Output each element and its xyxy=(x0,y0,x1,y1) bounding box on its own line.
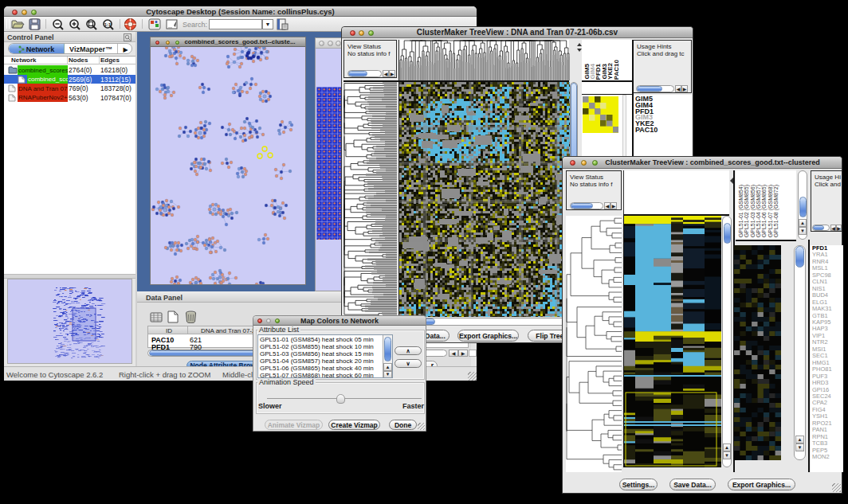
svg-text:1:1: 1:1 xyxy=(104,22,112,27)
